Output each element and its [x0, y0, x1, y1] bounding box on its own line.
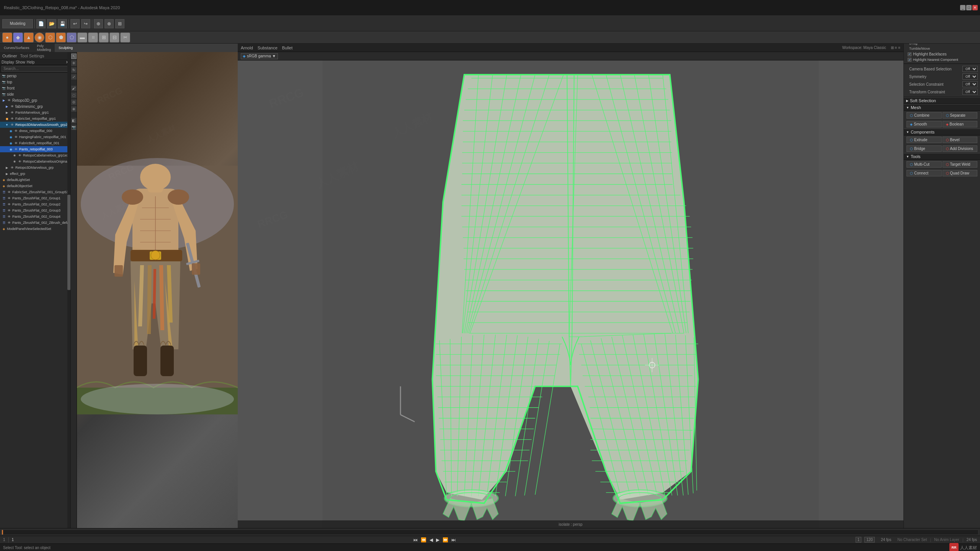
symmetry-dropdown[interactable]: Off On: [962, 73, 978, 80]
rotate-tool[interactable]: ↻: [71, 67, 77, 73]
outliner-item-retopo3dmarl[interactable]: ▶ 👁 Retopo3DMarvelous_grp: [0, 165, 70, 171]
outliner-item-side[interactable]: 📷 side: [0, 91, 70, 97]
paint-tool[interactable]: 🖌: [71, 86, 77, 91]
multi-cut-button[interactable]: ⬡ Multi-Cut: [906, 161, 942, 168]
tab-sculpting[interactable]: Sculpting: [55, 44, 77, 52]
outliner-item-effect[interactable]: ▶ effect_grp: [0, 171, 70, 177]
shelf-btn-3[interactable]: ▲: [24, 33, 34, 42]
menu-arnold[interactable]: Arnold: [241, 46, 253, 50]
outliner-item-objset[interactable]: ◈ defaultObjectSet: [0, 183, 70, 189]
tab-curves-surfaces[interactable]: Curves/Surfaces: [0, 44, 33, 52]
shelf-btn-9[interactable]: ⌗: [88, 33, 98, 42]
snap-tool[interactable]: ⊕: [71, 106, 77, 112]
components-section-header[interactable]: ▼ Components: [904, 129, 980, 135]
tools-section-header[interactable]: ▼ Tools: [904, 153, 980, 160]
outliner-item-retopoorig[interactable]: ◉ 👁 RetopoCabelarvelousOriginal_grp: [0, 158, 70, 165]
outliner-item-persp[interactable]: 📷 persp: [0, 73, 70, 79]
soft-selection-header[interactable]: ▶ Soft Selection: [904, 97, 980, 104]
sel-constraint-dropdown[interactable]: Off On: [962, 81, 978, 87]
outliner-item-hanging[interactable]: ◉ 👁 HangingFabric_retopolflat_001: [0, 134, 70, 140]
goto-start-btn[interactable]: ⏮: [413, 537, 418, 543]
outliner-item-retopocabel[interactable]: ◉ 👁 RetopoCabelarvelous_grp1ext: [0, 152, 70, 158]
new-scene-button[interactable]: 📄: [36, 19, 46, 28]
highlight-nearest-row[interactable]: Highlight Nearest Component: [906, 57, 978, 62]
target-weld-button[interactable]: ⬡ Target Weld: [942, 161, 978, 168]
window-controls[interactable]: _ □ ✕: [958, 5, 980, 10]
move-tool[interactable]: ✛: [71, 60, 77, 66]
shelf-btn-1[interactable]: ●: [2, 33, 12, 42]
render-tool[interactable]: ◧: [71, 118, 77, 123]
shelf-btn-12[interactable]: ✂: [120, 33, 130, 42]
outliner-item-dress[interactable]: ◉ 👁 dress_retopolflat_000: [0, 128, 70, 134]
play-btn[interactable]: ▶: [436, 537, 439, 543]
goto-end-btn[interactable]: ⏭: [451, 537, 456, 543]
camera-sel-dropdown[interactable]: Off On: [962, 66, 978, 72]
smooth-button[interactable]: ◈ Smooth: [906, 121, 942, 127]
outliner-item-fabricset[interactable]: ◼ 👁 FabricSet_retopolflat_grp1: [0, 116, 70, 122]
shelf-btn-10[interactable]: ⊞: [99, 33, 109, 42]
bevel-button[interactable]: ⬡ Bevel: [942, 137, 978, 143]
shelf-btn-5[interactable]: ⬡: [45, 33, 55, 42]
scale-tool[interactable]: ⤢: [71, 74, 77, 80]
shelf-btn-8[interactable]: ▬: [77, 33, 87, 42]
outliner-show[interactable]: Show: [16, 60, 25, 64]
boolean-button[interactable]: ◈ Boolean: [942, 121, 978, 127]
bridge-button[interactable]: ⬡ Bridge: [906, 145, 942, 152]
outliner-item-top[interactable]: 📷 top: [0, 79, 70, 85]
outliner-item-pants[interactable]: ◉ 👁 Pants_retopolflat_003: [0, 146, 70, 152]
extrude-button[interactable]: ⬡ Extrude: [906, 137, 942, 143]
outliner-item-retopo3d[interactable]: ▶ 👁 Retopo3D_grp: [0, 97, 70, 103]
outliner-display[interactable]: Display: [2, 60, 14, 64]
outliner-item-pants2g4[interactable]: ☰ 👁 Pants_ZbrushFlat_002_Group4: [0, 214, 70, 220]
menu-bullet[interactable]: Bullet: [282, 46, 293, 50]
search-input[interactable]: [2, 66, 69, 72]
outliner-item-modelpanel[interactable]: ◈ ModelPanelViewSelectedSet: [0, 226, 70, 232]
step-fwd-btn[interactable]: ⏩: [443, 537, 448, 543]
quad-draw-button[interactable]: ⬡ Quad Draw: [942, 170, 978, 176]
outliner-item-front[interactable]: 📷 front: [0, 85, 70, 91]
mesh-section-header[interactable]: ▼ Mesh: [904, 104, 980, 111]
shelf-btn-11[interactable]: ⊟: [109, 33, 119, 42]
connect-button[interactable]: ⬡ Connect: [906, 170, 942, 176]
combine-button[interactable]: ⬡ Combine: [906, 112, 942, 119]
grid-button[interactable]: ⊞: [115, 19, 124, 28]
range-start[interactable]: 1: [856, 537, 862, 543]
undo-button[interactable]: ↩: [70, 19, 80, 28]
scroll-thumb[interactable]: [67, 195, 70, 290]
snap-button[interactable]: ⊕: [94, 19, 103, 28]
mode-selector[interactable]: Modeling: [2, 19, 33, 28]
play-back-btn[interactable]: ◀: [430, 537, 433, 543]
outliner-search[interactable]: [0, 65, 70, 73]
outliner-item-retopo3dsmooth[interactable]: ▼ 👁 Retopo3DMarvelousSmooth_grp2: [0, 122, 70, 128]
select-tool[interactable]: ↖: [71, 54, 77, 59]
transform-constraint-dropdown[interactable]: Off On: [962, 89, 978, 95]
outliner-item-pantsdefault[interactable]: ☰ 👁 Pants_ZbrushFlat_002_ZBrush_default: [0, 220, 70, 226]
shelf-btn-4[interactable]: ◉: [34, 33, 44, 42]
outliner-scrollbar[interactable]: [67, 52, 70, 528]
sculpt-tool[interactable]: ⊙: [71, 99, 77, 105]
outliner-item-fabricbelt[interactable]: ◉ 👁 FabricBelt_retopolflat_001: [0, 140, 70, 146]
open-button[interactable]: 📂: [47, 19, 56, 28]
highlight-backfaces-check[interactable]: [908, 52, 911, 56]
redo-button[interactable]: ↪: [81, 19, 90, 28]
shelf-btn-7[interactable]: ⬠: [67, 33, 77, 42]
outliner-item-zbrushflat[interactable]: ☰ 👁 FabricSet_ZbrushFlat_001_Group531: [0, 189, 70, 195]
outliner-item-lightset[interactable]: ◈ defaultLightSet: [0, 177, 70, 183]
menu-substance[interactable]: Substance: [258, 46, 278, 50]
close-button[interactable]: ✕: [972, 5, 978, 10]
camera-tool[interactable]: 📷: [71, 125, 77, 130]
outliner-item-pants2g3[interactable]: ☰ 👁 Pants_ZbrushFlat_002_Group3: [0, 207, 70, 214]
viewport-mode-dropdown[interactable]: ◈ sRGB gamma ▼: [241, 53, 278, 59]
shelf-btn-2[interactable]: ◆: [13, 33, 23, 42]
lasso-tool[interactable]: ◌: [71, 93, 77, 98]
highlight-backfaces-row[interactable]: Highlight Backfaces: [906, 51, 978, 57]
outliner-item-pants2g2[interactable]: ☰ 👁 Pants_ZbrushFlat_002_Group2: [0, 201, 70, 207]
step-back-btn[interactable]: ⏪: [421, 537, 426, 543]
highlight-nearest-check[interactable]: [908, 58, 911, 62]
add-divisions-button[interactable]: ⬡ Add Divisions: [942, 145, 978, 152]
outliner-help[interactable]: Help: [27, 60, 35, 64]
separate-button[interactable]: ⬡ Separate: [942, 112, 978, 119]
tab-poly-modeling[interactable]: Poly Modeling: [33, 44, 55, 52]
tool-settings-label[interactable]: Tool Settings: [20, 54, 44, 58]
maximize-button[interactable]: □: [966, 5, 972, 10]
